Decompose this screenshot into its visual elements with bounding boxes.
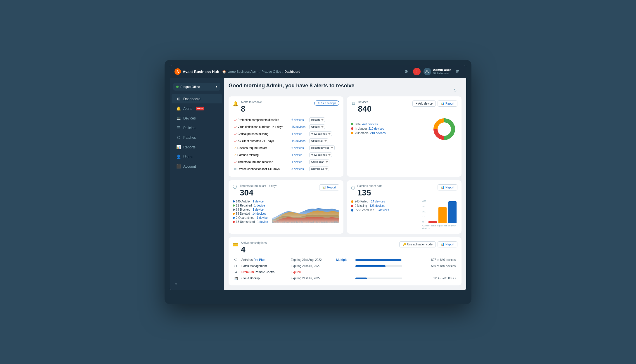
- threat-dot: [233, 209, 235, 211]
- bar-scheduled: [448, 201, 457, 223]
- threat-link[interactable]: 1 device: [253, 208, 263, 211]
- sidebar-item-label: Account: [183, 164, 196, 169]
- alert-link[interactable]: 1 device: [291, 132, 302, 136]
- office-selector[interactable]: Prague Office ▾: [173, 83, 220, 91]
- threats-card: 🛡 Threats found in last 14 days 304 📊 Re…: [229, 180, 343, 234]
- svg-text:Jun 1: Jun 1: [272, 221, 276, 223]
- shield-icon: 🛡: [233, 185, 237, 190]
- alert-icon: 🛡: [234, 160, 237, 164]
- alerts-card-label: Alerts to resolve: [241, 100, 262, 104]
- sub-icon: 🖥: [234, 271, 237, 274]
- refresh-button[interactable]: ↻: [453, 88, 457, 93]
- breadcrumb-home-icon: 🏠: [222, 70, 226, 74]
- safe-link[interactable]: 420 devices: [362, 123, 378, 126]
- progress-bar-bg: [355, 278, 402, 279]
- sidebar-item-account[interactable]: ⬛ Account: [172, 162, 222, 171]
- threat-link[interactable]: 1 device: [254, 204, 265, 207]
- sidebar-item-reports[interactable]: 📊 Reports: [172, 143, 222, 152]
- danger-link[interactable]: 210 devices: [369, 127, 384, 130]
- vuln-link[interactable]: 210 devices: [370, 131, 386, 135]
- alert-link[interactable]: 3 devices: [291, 167, 304, 171]
- svg-text:Jun 11: Jun 11: [321, 221, 326, 223]
- sidebar-collapse-btn[interactable]: «: [170, 278, 224, 290]
- alert-link[interactable]: 45 devices: [291, 125, 305, 129]
- subs-report-button[interactable]: 📊 Report: [438, 241, 457, 247]
- patches-report-button[interactable]: 📊 Report: [438, 184, 457, 190]
- table-row: 🛡Protection components disabled 6 device…: [233, 117, 339, 123]
- sidebar-item-label: Alerts: [183, 107, 192, 111]
- subs-count: 4: [241, 245, 267, 254]
- topbar-icons: ⚙ ! AU Admin User Global Admin ⊞: [402, 68, 462, 75]
- threat-item: 145 Autofix 1 device: [233, 200, 268, 203]
- sidebar-item-devices[interactable]: 💻 Devices: [172, 114, 222, 123]
- expiry-date: Expiring 21st Jul, 2022: [289, 275, 335, 281]
- alert-action-select[interactable]: View patches: [309, 131, 332, 136]
- bar-chart-note: Current state of patches on your devices: [416, 224, 457, 230]
- alert-action-select[interactable]: Restart: [309, 117, 325, 122]
- scheduled-link[interactable]: 6 devices: [377, 209, 389, 212]
- alert-link[interactable]: 6 devices: [291, 118, 304, 122]
- settings-icon-btn[interactable]: ⚙: [402, 68, 410, 75]
- devices-report-button[interactable]: 📊 Report: [438, 100, 457, 107]
- dashboard-grid: 🔔 Alerts to resolve 8 ⚙ Alert settings: [229, 96, 462, 285]
- legend-item-vulnerable: Vulnerable 210 devices: [351, 131, 428, 135]
- svg-text:Jun 5: Jun 5: [291, 221, 295, 223]
- alert-action-select[interactable]: Dismiss all: [309, 167, 329, 171]
- threat-link[interactable]: 1 device: [253, 200, 263, 203]
- content-header: Good morning Admin, you have 8 alerts to…: [229, 83, 462, 93]
- use-activation-code-button[interactable]: 🔑 Use activation code: [399, 241, 436, 247]
- failed-dot: [351, 200, 353, 203]
- threat-link[interactable]: 1 device: [257, 216, 267, 219]
- svg-text:Jun 14: Jun 14: [336, 221, 339, 223]
- notification-icon-btn[interactable]: !: [413, 68, 421, 75]
- threats-card-label: Threats found in last 14 days: [240, 184, 277, 188]
- svg-text:Jun 10: Jun 10: [316, 221, 320, 223]
- alert-link[interactable]: 6 devices: [291, 146, 304, 150]
- sidebar-item-dashboard[interactable]: ⊞ Dashboard: [172, 94, 222, 103]
- svg-text:Jun 12: Jun 12: [326, 221, 330, 223]
- alerts-card: 🔔 Alerts to resolve 8 ⚙ Alert settings: [229, 96, 343, 177]
- alert-action-select[interactable]: View patches: [309, 152, 332, 157]
- alert-action-select[interactable]: Update all: [309, 138, 328, 143]
- progress-bar: [355, 259, 401, 261]
- table-row: 💾 Cloud Backup Expiring 21st Jul, 2022: [233, 275, 457, 281]
- progress-bar-bg: [355, 259, 402, 261]
- alert-action-select[interactable]: Update: [309, 124, 325, 129]
- sidebar-item-alerts[interactable]: 🔔 Alerts NEW: [172, 104, 222, 113]
- threats-stats: 145 Autofix 1 device 12 Repaired 1 devic…: [233, 200, 339, 224]
- missing-link[interactable]: 123 devices: [370, 204, 385, 207]
- sub-device-count: 120GB of 500GB: [420, 275, 457, 281]
- alert-action-select[interactable]: Quick scan: [309, 160, 329, 164]
- add-device-button[interactable]: + Add device: [412, 100, 436, 107]
- alert-settings-button[interactable]: ⚙ Alert settings: [314, 100, 339, 106]
- reports-icon: 📊: [176, 145, 181, 149]
- threat-link[interactable]: 14 devices: [252, 212, 266, 215]
- alert-action-select[interactable]: Restart devices: [309, 145, 335, 150]
- alerts-badge: NEW: [196, 107, 204, 110]
- account-icon: ⬛: [176, 164, 181, 169]
- alert-link[interactable]: 1 device: [291, 160, 302, 164]
- threat-item: 13 Unresolved 1 device: [233, 220, 268, 223]
- threats-report-button[interactable]: 📊 Report: [319, 184, 339, 190]
- threat-link[interactable]: 1 device: [257, 220, 268, 223]
- sub-icon: 💾: [234, 277, 238, 280]
- sidebar-item-users[interactable]: 👤 Users: [172, 152, 222, 161]
- failed-link[interactable]: 14 devices: [371, 200, 385, 203]
- subs-card-label: Active subscriptions: [241, 241, 267, 245]
- office-status-dot: [176, 86, 179, 88]
- sidebar-item-label: Reports: [183, 145, 196, 149]
- breadcrumb-item-3: Dashboard: [284, 70, 300, 73]
- subscriptions-card: 💳 Active subscriptions 4 🔑 Use activatio…: [229, 237, 462, 285]
- sidebar-item-policies[interactable]: ☰ Policies: [172, 123, 222, 132]
- alert-link[interactable]: 14 devices: [291, 139, 305, 143]
- report-icon: 📊: [322, 186, 326, 189]
- dashboard-icon: ⊞: [176, 97, 181, 101]
- breadcrumb-item-1: Large Business Acc...: [227, 70, 258, 73]
- grid-icon-btn[interactable]: ⊞: [454, 68, 462, 75]
- alert-icon: 🖥: [234, 167, 237, 171]
- threat-dot: [233, 200, 235, 202]
- alert-link[interactable]: 1 device: [291, 153, 302, 157]
- avatar: AU: [424, 68, 431, 75]
- sidebar-item-patches[interactable]: ⬡ Patches: [172, 133, 222, 142]
- threats-count: 304: [240, 188, 277, 197]
